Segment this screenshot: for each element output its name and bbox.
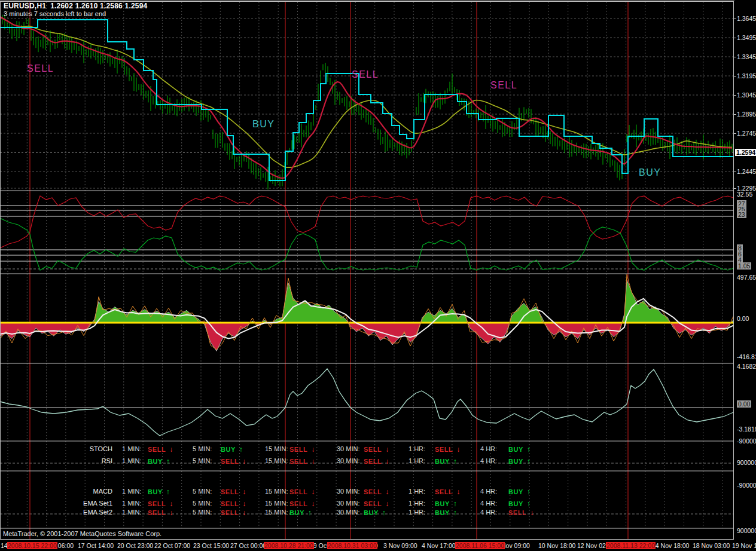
timeframe-label: 4 HR: — [480, 500, 497, 507]
arrow-down-icon: ↓ — [242, 509, 246, 517]
sell-signal-cell: SELL↓ — [289, 457, 315, 466]
chart-area[interactable]: EURUSD,H1 1.2602 1.2610 1.2586 1.2594 3 … — [0, 0, 734, 540]
timeframe-label: 30 MIN: — [337, 488, 360, 495]
arrow-down-icon: ↓ — [456, 488, 461, 496]
timeframe-label: 1 HR: — [409, 457, 425, 464]
arrow-up-icon: ↑ — [453, 457, 458, 466]
indicator-name-ema-set2: EMA Set2 — [48, 509, 112, 516]
buy-signal-cell: BUY↑ — [508, 445, 531, 454]
time-axis-label: 22 Oct 07:00 — [154, 542, 190, 549]
sell-signal-cell: SELL↓ — [221, 500, 246, 508]
arrow-up-icon: ↑ — [527, 457, 531, 466]
ma-slow-line — [0, 17, 732, 167]
buy-signal-cell: BUY↑ — [221, 445, 243, 454]
indicator-name-macd: MACD — [48, 488, 112, 495]
time-axis-label: 27 Oct 00:00 — [230, 542, 266, 549]
timeframe-label: 15 MIN: — [265, 457, 288, 464]
sell-signal-cell: SELL↓ — [221, 488, 246, 496]
table-axis-bottom: 9000000 — [737, 527, 756, 534]
time-axis-marker-highlighted: 2008.10.31 03:00 — [327, 542, 377, 549]
timeframe-label: 5 MIN: — [193, 509, 212, 516]
price-axis-tick: 1.2745 — [737, 130, 756, 137]
sell-signal-cell: SELL↓ — [364, 445, 389, 454]
bar-countdown-text: 3 minutes 7 seconds left to bar end — [4, 10, 106, 17]
arrow-down-icon: ↓ — [530, 509, 534, 517]
sell-signal-cell: SELL↓ — [508, 509, 534, 517]
timeframe-label: 1 HR: — [409, 488, 425, 495]
timeframe-label: 4 HR: — [480, 457, 497, 464]
buy-signal-label: BUY — [639, 167, 661, 178]
sell-signal-label: SELL — [352, 69, 379, 80]
sell-signal-label: SELL — [27, 63, 54, 74]
timeframe-label: 30 MIN: — [337, 457, 360, 464]
arrow-up-icon: ↑ — [453, 509, 458, 517]
arrow-down-icon: ↓ — [385, 488, 389, 496]
buy-signal-cell: BUY↑ — [435, 509, 457, 517]
arrow-up-icon: ↑ — [166, 457, 170, 466]
p4-line — [0, 369, 733, 436]
timeframe-label: 4 HR: — [480, 488, 497, 495]
table-axis-top: -9000000 — [737, 482, 756, 489]
time-axis-label: t 06:00 — [54, 542, 74, 549]
indicator-name-ema-set1: EMA Set1 — [48, 500, 112, 507]
timeframe-label: 15 MIN: — [265, 509, 288, 516]
copyright-text: MetaTrader, © 2001-2007 MetaQuotes Softw… — [3, 530, 161, 537]
p2-green-line — [0, 218, 733, 270]
timeframe-label: 15 MIN: — [265, 488, 288, 495]
buy-signal-cell: BUY↑ — [148, 488, 170, 496]
arrow-down-icon: ↓ — [311, 488, 315, 496]
timeframe-label: 4 HR: — [480, 445, 497, 452]
arrow-down-icon: ↓ — [242, 457, 246, 466]
buy-signal-label: BUY — [252, 119, 275, 130]
timeframe-label: 5 MIN: — [193, 457, 212, 464]
timeframe-label: 30 MIN: — [337, 500, 360, 507]
time-axis-label: 14 — [1, 542, 8, 549]
time-axis-label: 20 Oct 23:00 — [117, 542, 153, 549]
arrow-up-icon: ↑ — [527, 500, 531, 508]
arrow-up-icon: ↑ — [308, 509, 312, 517]
timeframe-label: 5 MIN: — [193, 445, 212, 452]
price-axis-tick: 1.2445 — [737, 168, 756, 175]
price-axis-column[interactable]: 1.36451.34951.33451.31951.30451.28951.27… — [734, 0, 756, 541]
timeframe-label: 5 MIN: — [193, 488, 212, 495]
time-axis-label: 10 Nov 18:00 — [538, 542, 575, 549]
sell-signal-cell: SELL↓ — [148, 509, 173, 517]
arrow-down-icon: ↓ — [169, 445, 173, 454]
time-axis[interactable]: 142008.10.15 22:00t 06:0017 Oct 14:0020 … — [0, 541, 756, 551]
timeframe-label: 4 HR: — [480, 509, 497, 516]
arrow-up-icon: ↑ — [453, 500, 458, 508]
table-axis-bottom: 9000000 — [737, 459, 756, 466]
sell-signal-cell: SELL↓ — [289, 500, 315, 508]
arrow-up-icon: ↑ — [382, 509, 386, 517]
buy-signal-cell: BUY↑ — [435, 457, 457, 466]
time-axis-marker-highlighted: 2008.10.28 21:00 — [264, 542, 314, 549]
timeframe-label: 15 MIN: — [265, 445, 288, 452]
trend-step-line — [0, 20, 734, 180]
timeframe-label: 1 MIN: — [122, 445, 141, 452]
timeframe-label: 1 MIN: — [122, 457, 141, 464]
indicator-name-stoch: STOCH — [48, 445, 112, 452]
sell-signal-label: SELL — [490, 80, 517, 91]
table-axis-top: -9000000 — [737, 437, 756, 445]
timeframe-label: 1 HR: — [409, 509, 425, 516]
arrow-down-icon: ↓ — [169, 500, 173, 508]
arrow-down-icon: ↓ — [311, 457, 315, 466]
buy-signal-cell: BUY↑ — [508, 500, 531, 508]
p4-axis-current: 0.00 — [737, 400, 751, 408]
p4-axis-tick: 4.1682 — [737, 363, 756, 370]
sell-signal-cell: SELL↓ — [289, 488, 315, 496]
timeframe-label: 30 MIN: — [337, 509, 360, 516]
buy-signal-cell: BUY↑ — [508, 457, 531, 466]
timeframe-label: 15 MIN: — [265, 500, 288, 507]
arrow-down-icon: ↓ — [385, 457, 389, 466]
buy-signal-cell: BUY↑ — [148, 457, 170, 466]
buy-signal-cell: BUY↑ — [289, 509, 312, 517]
time-axis-label: 19 Nov 11: — [732, 542, 756, 549]
price-axis-tick: 1.3495 — [737, 34, 756, 41]
arrow-down-icon: ↓ — [242, 500, 246, 508]
p3-axis-tick: 0.00 — [737, 315, 749, 322]
p2-axis-top: 32.55 — [737, 191, 752, 198]
sell-signal-cell: SELL↓ — [221, 509, 246, 517]
p3-axis-tick: 497.657 — [737, 274, 756, 281]
time-axis-label: Nov 09:00 — [501, 542, 530, 549]
